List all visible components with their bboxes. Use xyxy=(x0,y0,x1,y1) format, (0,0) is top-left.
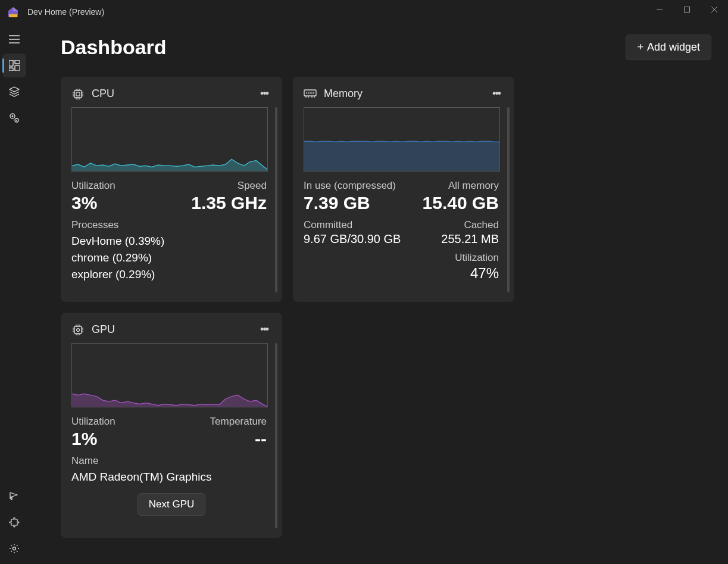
svg-point-16 xyxy=(12,116,14,117)
widget-title: CPU xyxy=(92,88,114,100)
widget-title: Memory xyxy=(324,88,363,100)
add-widget-button[interactable]: + Add widget xyxy=(626,35,711,60)
widget-title: GPU xyxy=(92,323,115,336)
widgets-grid: CPU ••• Utilization 3% xyxy=(61,77,711,538)
hamburger-menu-button[interactable] xyxy=(2,27,26,51)
svg-rect-20 xyxy=(74,91,82,98)
widget-more-button[interactable]: ••• xyxy=(489,86,504,101)
mem-util-value: 47% xyxy=(455,265,499,282)
nav-machine-config[interactable] xyxy=(2,106,26,130)
scrollbar[interactable] xyxy=(275,343,277,528)
gpu-icon xyxy=(71,323,85,336)
sidebar xyxy=(0,24,29,564)
gpu-util-value: 1% xyxy=(71,429,115,449)
scrollbar[interactable] xyxy=(507,107,510,292)
nav-settings[interactable] xyxy=(2,537,26,560)
gpu-temp-value: -- xyxy=(210,429,267,449)
nav-extensions[interactable] xyxy=(2,510,26,534)
add-widget-label: Add widget xyxy=(647,41,700,54)
cpu-icon xyxy=(71,88,85,101)
mem-all-value: 15.40 GB xyxy=(423,193,499,213)
page-title: Dashboard xyxy=(61,36,167,59)
page-header: Dashboard + Add widget xyxy=(61,35,711,60)
svg-marker-14 xyxy=(10,87,19,92)
mem-inuse-value: 7.39 GB xyxy=(304,193,396,213)
svg-rect-44 xyxy=(74,326,82,334)
widget-more-button[interactable]: ••• xyxy=(257,86,271,101)
gpu-name-label: Name xyxy=(71,455,271,467)
svg-rect-11 xyxy=(15,60,20,64)
cpu-speed-label: Speed xyxy=(191,180,267,192)
svg-rect-13 xyxy=(15,66,20,71)
cpu-chart xyxy=(71,107,268,172)
cpu-processes-label: Processes xyxy=(71,219,271,231)
nav-feedback[interactable] xyxy=(2,484,26,508)
mem-all-label: All memory xyxy=(423,180,499,192)
svg-rect-2 xyxy=(9,14,17,17)
gpu-temp-label: Temperature xyxy=(210,416,267,428)
mem-committed-label: Committed xyxy=(304,219,401,231)
gpu-chart xyxy=(71,343,268,407)
list-item: chrome (0.29%) xyxy=(71,251,271,264)
list-item: explorer (0.29%) xyxy=(71,268,271,281)
mem-cached-value: 255.21 MB xyxy=(441,232,499,246)
list-item: DevHome (0.39%) xyxy=(71,235,271,248)
gpu-util-label: Utilization xyxy=(71,416,115,428)
memory-icon xyxy=(304,89,317,99)
cpu-process-list: DevHome (0.39%) chrome (0.29%) explorer … xyxy=(71,235,271,281)
svg-point-18 xyxy=(16,120,17,121)
mem-inuse-label: In use (compressed) xyxy=(304,180,396,192)
mem-util-label: Utilization xyxy=(455,252,499,264)
close-button[interactable] xyxy=(701,0,728,19)
main-content: Dashboard + Add widget CPU ••• xyxy=(29,24,728,564)
widget-memory: Memory ••• In use (compressed) 7.39 GB xyxy=(293,77,514,302)
nav-environments[interactable] xyxy=(2,80,26,104)
svg-point-19 xyxy=(13,547,16,550)
app-title: Dev Home (Preview) xyxy=(27,7,104,17)
nav-dashboard[interactable] xyxy=(2,54,26,77)
maximize-button[interactable] xyxy=(673,0,701,19)
gpu-name-value: AMD Radeon(TM) Graphics xyxy=(71,470,271,484)
titlebar: Dev Home (Preview) xyxy=(0,0,728,24)
mem-cached-label: Cached xyxy=(441,219,499,231)
cpu-util-label: Utilization xyxy=(71,180,115,192)
svg-rect-4 xyxy=(685,7,690,13)
svg-point-45 xyxy=(77,328,80,331)
mem-committed-value: 9.67 GB/30.90 GB xyxy=(304,232,401,246)
scrollbar[interactable] xyxy=(275,107,277,292)
widget-more-button[interactable]: ••• xyxy=(257,322,271,337)
svg-rect-12 xyxy=(9,68,13,71)
next-gpu-button[interactable]: Next GPU xyxy=(138,493,206,516)
plus-icon: + xyxy=(637,41,643,54)
memory-chart xyxy=(304,107,500,172)
app-icon xyxy=(7,6,19,18)
window-controls xyxy=(646,0,728,24)
widget-cpu: CPU ••• Utilization 3% xyxy=(61,77,282,302)
cpu-util-value: 3% xyxy=(71,193,115,213)
svg-rect-21 xyxy=(76,92,80,96)
titlebar-left: Dev Home (Preview) xyxy=(7,6,104,18)
svg-marker-1 xyxy=(13,7,18,11)
minimize-button[interactable] xyxy=(646,0,673,19)
svg-rect-10 xyxy=(9,60,13,66)
cpu-speed-value: 1.35 GHz xyxy=(191,193,267,213)
widget-gpu: GPU ••• Utilization 1% xyxy=(61,313,282,538)
